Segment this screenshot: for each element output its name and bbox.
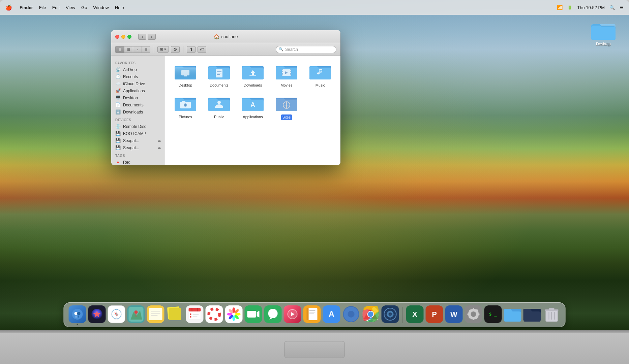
dock-item-photos[interactable] (225, 305, 243, 325)
svg-rect-35 (182, 101, 185, 102)
dock-item-facetime[interactable] (245, 305, 262, 325)
file-menu[interactable]: File (39, 5, 46, 10)
home-icon: 🏠 (214, 34, 219, 39)
svg-text:A: A (329, 309, 334, 319)
folder-item-public[interactable]: Public (206, 94, 233, 120)
folder-item-sites[interactable]: Sites (273, 94, 300, 120)
documents-icon: 📄 (115, 102, 121, 107)
svg-rect-78 (190, 316, 191, 318)
sidebar-item-remote-disc[interactable]: 💿 Remote Disc (111, 123, 165, 130)
forward-button[interactable]: › (148, 34, 156, 40)
dock-item-ibooks[interactable] (303, 305, 321, 325)
sidebar-item-seagate2[interactable]: 💾 Seagat... ⏏ (111, 144, 165, 151)
folder-item-applications[interactable]: A Applications (239, 94, 266, 120)
recents-label: Recents (123, 74, 138, 79)
sidebar-item-recents[interactable]: 🕐 Recents (111, 73, 165, 80)
airdrop-icon: 📡 (115, 67, 121, 72)
folder-item-music[interactable]: Music (307, 63, 334, 88)
dock-item-excel[interactable]: X (406, 305, 424, 325)
dock-item-something[interactable] (206, 305, 223, 325)
dock-item-finder2[interactable] (504, 305, 521, 325)
dock-item-sysprefs[interactable] (465, 305, 482, 325)
sort-button[interactable]: ⊞ ▾ (157, 46, 169, 53)
folder-label-music: Music (316, 83, 325, 88)
view-menu[interactable]: View (66, 5, 75, 10)
maximize-button[interactable] (127, 35, 131, 39)
eject2-icon[interactable]: ⏏ (158, 146, 161, 150)
svg-rect-68 (151, 313, 160, 313)
gallery-view-button[interactable]: ⊟ (142, 46, 150, 53)
dock-icon-ibooks (303, 305, 321, 323)
search-box[interactable]: 🔍 Search (276, 46, 336, 53)
column-view-button[interactable]: ⫠ (133, 46, 142, 53)
folder-item-documents[interactable]: Documents (206, 63, 233, 88)
dock-item-terminal[interactable]: $ _ (484, 305, 502, 325)
dock-item-stickies[interactable] (167, 305, 184, 325)
svg-rect-31 (319, 71, 320, 74)
share-button[interactable]: ⬆ (187, 46, 196, 53)
list-icon[interactable]: ☰ (620, 5, 624, 10)
edit-menu[interactable]: Edit (52, 5, 60, 10)
dock-item-chrome[interactable] (362, 305, 380, 325)
dock-icon-facetime (245, 305, 262, 323)
sidebar-item-seagate1[interactable]: 💾 Seagat... ⏏ (111, 137, 165, 144)
dock-item-firefox[interactable] (342, 305, 360, 325)
folder-icon-movies (276, 63, 297, 81)
dock-item-maps[interactable] (127, 305, 145, 325)
sidebar-item-downloads[interactable]: ⬇️ Downloads (111, 108, 165, 115)
close-button[interactable] (115, 35, 119, 39)
dock-item-itunes[interactable] (284, 305, 301, 325)
icon-view-button[interactable]: ⊞ (115, 46, 124, 53)
search-icon[interactable]: 🔍 (609, 5, 615, 10)
svg-rect-71 (169, 308, 181, 320)
dock-item-dark-folder[interactable] (523, 305, 541, 325)
dock-item-reminders[interactable] (186, 305, 204, 325)
folder-item-movies[interactable]: Movies (273, 63, 300, 88)
trackpad[interactable] (284, 341, 345, 358)
svg-point-64 (134, 310, 138, 314)
folder-label-documents: Documents (210, 83, 229, 88)
dock-item-launchpad[interactable] (88, 305, 106, 325)
dock-item-safari[interactable] (108, 305, 125, 325)
folder-item-pictures[interactable]: Pictures (172, 94, 199, 120)
dock-icon-messages (264, 305, 282, 323)
dock-item-appstore[interactable]: A (323, 305, 340, 325)
dock-item-finder[interactable] (69, 305, 86, 325)
sidebar-item-icloud[interactable]: ☁️ iCloud Drive (111, 80, 165, 87)
eject1-icon[interactable]: ⏏ (158, 139, 161, 142)
sidebar-item-applications[interactable]: 🚀 Applications (111, 87, 165, 94)
menubar-right: 📶 🔋 Thu 10:52 PM 🔍 ☰ (557, 5, 624, 10)
dock-item-word[interactable]: W (445, 305, 463, 325)
dock-item-messages[interactable] (264, 305, 282, 325)
dock-icon-photos (225, 305, 243, 323)
desktop-folder-item[interactable]: Desktop (591, 20, 616, 46)
sidebar-item-desktop[interactable]: 🖥️ Desktop (111, 94, 165, 101)
svg-rect-102 (307, 308, 309, 320)
dock-icon-stickies (167, 305, 184, 323)
apple-menu-icon[interactable]: 🍎 (5, 4, 12, 11)
dock-icon-reminders (186, 305, 204, 323)
sidebar-item-bootcamp[interactable]: 💾 BOOTCAMP (111, 130, 165, 137)
sidebar-item-airdrop[interactable]: 📡 AirDrop (111, 66, 165, 73)
sidebar-item-tag-red[interactable]: ● Red (111, 159, 165, 165)
action-button[interactable]: ⚙ (171, 46, 180, 53)
go-menu[interactable]: Go (81, 5, 87, 10)
dock-icon-safari (108, 305, 125, 323)
tag-button[interactable]: 🏷 (198, 46, 206, 53)
dock-item-trash[interactable] (543, 305, 561, 325)
battery-icon: 🔋 (567, 5, 572, 10)
window-menu[interactable]: Window (93, 5, 109, 10)
help-menu[interactable]: Help (115, 5, 124, 10)
folder-item-desktop[interactable]: Desktop (172, 63, 199, 88)
svg-rect-134 (468, 313, 470, 315)
list-view-button[interactable]: ☰ (124, 46, 133, 53)
dock-item-powerpoint[interactable]: P (426, 305, 443, 325)
dock-item-aviator[interactable] (382, 305, 399, 325)
dock-item-notes[interactable] (147, 305, 164, 325)
svg-point-51 (77, 312, 81, 315)
minimize-button[interactable] (121, 35, 125, 39)
finder-menu[interactable]: Finder (20, 5, 33, 10)
folder-item-downloads[interactable]: Downloads (239, 63, 266, 88)
sidebar-item-documents[interactable]: 📄 Documents (111, 101, 165, 108)
back-button[interactable]: ‹ (138, 34, 146, 40)
